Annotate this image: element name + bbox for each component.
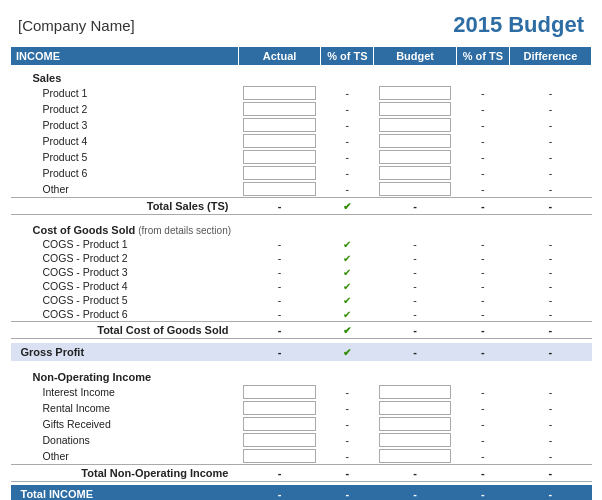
column-header-row: INCOME Actual % of TS Budget % of TS Dif… bbox=[11, 47, 592, 66]
total-income-row: Total INCOME - - - - - bbox=[11, 485, 592, 500]
col-difference: Difference bbox=[509, 47, 591, 66]
cogs-label: Cost of Goods Sold bbox=[33, 224, 136, 236]
total-cogs-label: Total Cost of Goods Sold bbox=[11, 322, 239, 339]
product1-budget-input[interactable] bbox=[379, 86, 451, 100]
list-item: Other - - - bbox=[11, 448, 592, 465]
list-item: Product 5 - - - bbox=[11, 149, 592, 165]
gross-profit-label: Gross Profit bbox=[11, 343, 239, 361]
cogs4-check: ✔ bbox=[343, 281, 351, 292]
total-sales-check: ✔ bbox=[343, 201, 351, 212]
interest-actual-input[interactable] bbox=[243, 385, 315, 399]
sales-header: Sales bbox=[11, 70, 592, 85]
list-item: COGS - Product 6 - ✔ - - - bbox=[11, 307, 592, 322]
cogs2-check: ✔ bbox=[343, 253, 351, 264]
other-sales-budget-input[interactable] bbox=[379, 182, 451, 196]
total-nonop-row: Total Non-Operating Income - - - - - bbox=[11, 464, 592, 481]
cogs6-check: ✔ bbox=[343, 309, 351, 320]
product5-actual-input[interactable] bbox=[243, 150, 315, 164]
other-nonop-budget-input[interactable] bbox=[379, 449, 451, 463]
list-item: Product 4 - - - bbox=[11, 133, 592, 149]
product4-actual-input[interactable] bbox=[243, 134, 315, 148]
cogs-note: (from details section) bbox=[138, 225, 231, 236]
list-item: Product 6 - - - bbox=[11, 165, 592, 181]
total-sales-row: Total Sales (TS) - ✔ - - - bbox=[11, 197, 592, 214]
donations-budget-input[interactable] bbox=[379, 433, 451, 447]
product2-budget-input[interactable] bbox=[379, 102, 451, 116]
list-item: Interest Income - - - bbox=[11, 384, 592, 400]
other-sales-actual-input[interactable] bbox=[243, 182, 315, 196]
product6-budget-input[interactable] bbox=[379, 166, 451, 180]
list-item: COGS - Product 1 - ✔ - - - bbox=[11, 237, 592, 251]
total-nonop-label: Total Non-Operating Income bbox=[11, 464, 239, 481]
header: [Company Name] 2015 Budget bbox=[0, 0, 602, 46]
product6-actual-input[interactable] bbox=[243, 166, 315, 180]
page: [Company Name] 2015 Budget INCOME Actual… bbox=[0, 0, 602, 500]
product3-actual-input[interactable] bbox=[243, 118, 315, 132]
total-sales-label: Total Sales (TS) bbox=[11, 197, 239, 214]
list-item: Gifts Received - - - bbox=[11, 416, 592, 432]
total-cogs-row: Total Cost of Goods Sold - ✔ - - - bbox=[11, 322, 592, 339]
gross-profit-row: Gross Profit - ✔ - - - bbox=[11, 343, 592, 361]
spacer bbox=[11, 214, 592, 222]
total-income-label: Total INCOME bbox=[11, 485, 239, 500]
col-pct2: % of TS bbox=[456, 47, 509, 66]
spacer bbox=[11, 361, 592, 369]
col-pct1: % of TS bbox=[321, 47, 374, 66]
product1-pct1: - bbox=[321, 85, 374, 101]
product5-budget-input[interactable] bbox=[379, 150, 451, 164]
rental-budget-input[interactable] bbox=[379, 401, 451, 415]
product1-diff: - bbox=[509, 85, 591, 101]
list-item: Product 3 - - - bbox=[11, 117, 592, 133]
budget-table: INCOME Actual % of TS Budget % of TS Dif… bbox=[10, 46, 592, 500]
cogs3-check: ✔ bbox=[343, 267, 351, 278]
gross-profit-check: ✔ bbox=[343, 347, 351, 358]
list-item: COGS - Product 5 - ✔ - - - bbox=[11, 293, 592, 307]
sales-label: Sales bbox=[11, 70, 239, 85]
cogs5-check: ✔ bbox=[343, 295, 351, 306]
list-item: Product 1 - - - bbox=[11, 85, 592, 101]
cogs-header: Cost of Goods Sold (from details section… bbox=[11, 222, 592, 237]
col-actual: Actual bbox=[238, 47, 320, 66]
budget-title: 2015 Budget bbox=[453, 12, 584, 38]
product4-budget-input[interactable] bbox=[379, 134, 451, 148]
product3-budget-input[interactable] bbox=[379, 118, 451, 132]
non-op-header: Non-Operating Income bbox=[11, 369, 592, 384]
gifts-budget-input[interactable] bbox=[379, 417, 451, 431]
cogs1-check: ✔ bbox=[343, 239, 351, 250]
product2-actual-input[interactable] bbox=[243, 102, 315, 116]
non-op-label: Non-Operating Income bbox=[11, 369, 239, 384]
product1-actual-input[interactable] bbox=[243, 86, 315, 100]
gifts-actual-input[interactable] bbox=[243, 417, 315, 431]
company-name: [Company Name] bbox=[18, 17, 135, 34]
list-item: Donations - - - bbox=[11, 432, 592, 448]
product1-pct2: - bbox=[456, 85, 509, 101]
total-cogs-check: ✔ bbox=[343, 325, 351, 336]
list-item: COGS - Product 3 - ✔ - - - bbox=[11, 265, 592, 279]
rental-actual-input[interactable] bbox=[243, 401, 315, 415]
col-income-label: INCOME bbox=[11, 47, 239, 66]
list-item: COGS - Product 2 - ✔ - - - bbox=[11, 251, 592, 265]
other-nonop-actual-input[interactable] bbox=[243, 449, 315, 463]
list-item: Other - - - bbox=[11, 181, 592, 198]
donations-actual-input[interactable] bbox=[243, 433, 315, 447]
list-item: COGS - Product 4 - ✔ - - - bbox=[11, 279, 592, 293]
col-budget: Budget bbox=[374, 47, 456, 66]
interest-budget-input[interactable] bbox=[379, 385, 451, 399]
list-item: Rental Income - - - bbox=[11, 400, 592, 416]
list-item: Product 2 - - - bbox=[11, 101, 592, 117]
